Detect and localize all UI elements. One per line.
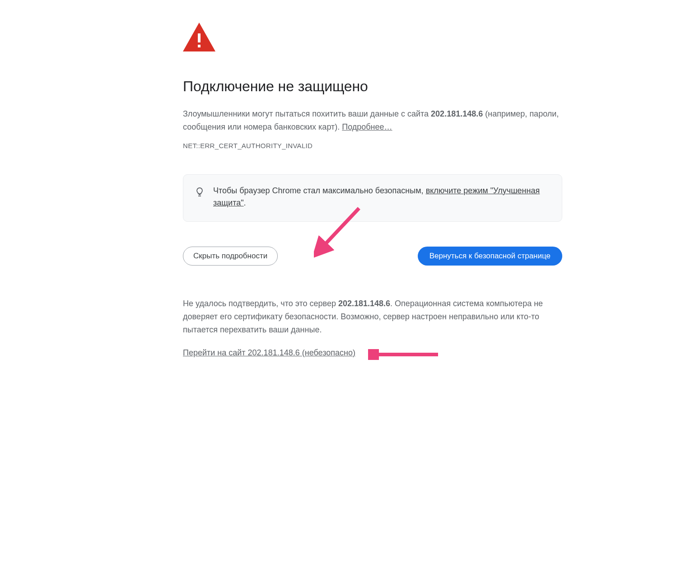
learn-more-link[interactable]: Подробнее… — [342, 122, 392, 131]
description-host: 202.181.148.6 — [431, 109, 483, 118]
warning-description: Злоумышленники могут пытаться похитить в… — [183, 107, 562, 134]
description-prefix: Злоумышленники могут пытаться похитить в… — [183, 109, 431, 118]
annotation-arrow-icon — [368, 349, 440, 360]
svg-rect-2 — [198, 45, 201, 47]
tip-text: Чтобы браузер Chrome стал максимально бе… — [213, 185, 551, 210]
button-row: Скрыть подробности Вернуться к безопасно… — [183, 247, 562, 266]
back-to-safety-button[interactable]: Вернуться к безопасной странице — [418, 247, 562, 266]
details-host: 202.181.148.6 — [338, 299, 390, 308]
lightbulb-icon — [194, 187, 205, 199]
tip-prefix: Чтобы браузер Chrome стал максимально бе… — [213, 186, 426, 195]
warning-triangle-icon — [183, 23, 562, 53]
page-title: Подключение не защищено — [183, 78, 562, 95]
error-code: NET::ERR_CERT_AUTHORITY_INVALID — [183, 142, 562, 149]
hide-details-button[interactable]: Скрыть подробности — [183, 247, 278, 266]
safety-tip-box: Чтобы браузер Chrome стал максимально бе… — [183, 174, 562, 222]
error-page-container: Подключение не защищено Злоумышленники м… — [138, 23, 562, 358]
tip-suffix: . — [244, 198, 246, 207]
details-text: Не удалось подтвердить, что это сервер 2… — [183, 297, 562, 336]
svg-rect-1 — [198, 33, 201, 42]
proceed-row: Перейти на сайт 202.181.148.6 (небезопас… — [183, 348, 562, 358]
proceed-unsafe-link[interactable]: Перейти на сайт 202.181.148.6 (небезопас… — [183, 348, 355, 357]
details-prefix: Не удалось подтвердить, что это сервер — [183, 299, 338, 308]
